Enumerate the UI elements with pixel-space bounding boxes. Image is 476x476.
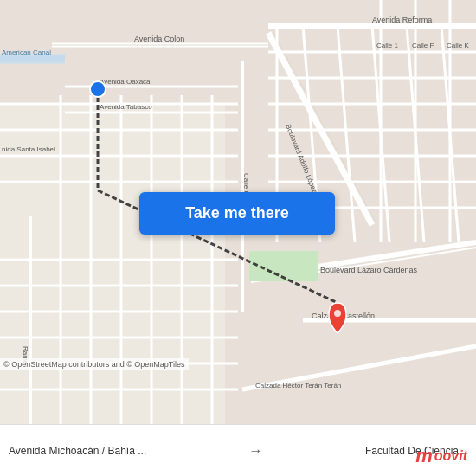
svg-text:Calle K: Calle K [447,42,469,49]
osm-attribution: © OpenStreetMap contributors and © OpenM… [0,358,189,370]
svg-text:Avenida Oaxaca: Avenida Oaxaca [100,78,151,86]
svg-text:Avenida Reforma: Avenida Reforma [372,16,432,24]
route-from: Avenida Michoacán / Bahía ... [9,445,146,457]
svg-text:nida Santa Isabel: nida Santa Isabel [2,145,55,153]
svg-text:Avenida Colon: Avenida Colon [134,35,184,43]
svg-text:Calzada Héctor Terán Terán: Calzada Héctor Terán Terán [255,382,341,389]
route-arrow: → [249,443,263,459]
svg-text:Calle F: Calle F [412,42,434,49]
svg-point-67 [334,310,341,317]
svg-point-65 [90,81,106,97]
svg-text:Avenida Tabasco: Avenida Tabasco [100,103,152,111]
svg-text:Calle 1: Calle 1 [376,42,398,49]
take-me-there-button[interactable]: Take me there [139,192,335,235]
from-label: Avenida Michoacán / Bahía ... [9,445,146,457]
bottom-bar: Avenida Michoacán / Bahía ... → Facultad… [0,424,476,476]
map-container: Avenida Colon Avenida Reforma American C… [0,0,476,424]
moovit-logo: moovit [415,445,467,467]
svg-text:Boulevard Lázaro Cárdenas: Boulevard Lázaro Cárdenas [320,266,418,274]
svg-text:American Canal: American Canal [2,48,51,56]
